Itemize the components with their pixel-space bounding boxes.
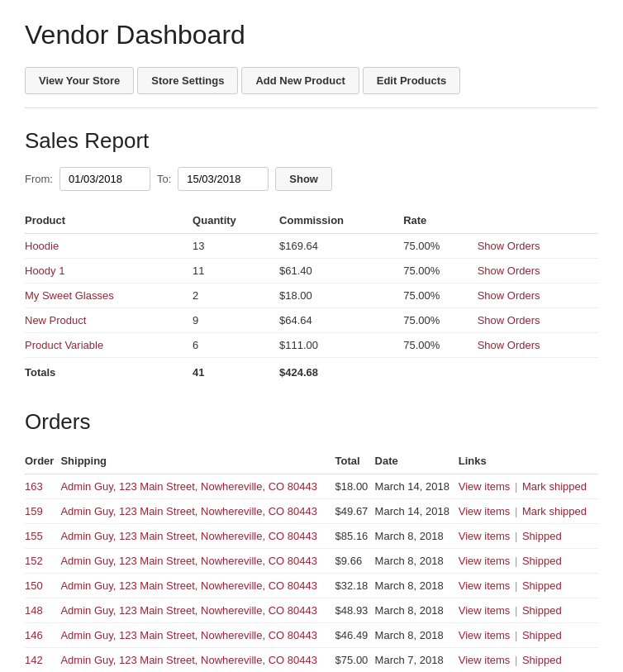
view-items-link[interactable]: View items — [459, 629, 511, 641]
product-link[interactable]: Hoodie — [25, 240, 59, 252]
table-row: 142 Admin Guy, 123 Main Street, Nowherev… — [25, 648, 598, 673]
view-items-link[interactable]: View items — [459, 505, 511, 517]
shipping-link[interactable]: Admin Guy, 123 Main Street, Nowhereville… — [60, 555, 316, 567]
mark-shipped-link[interactable]: Mark shipped — [522, 480, 587, 493]
order-number: 152 — [25, 549, 60, 574]
order-date: March 8, 2018 — [375, 549, 459, 574]
table-row: 159 Admin Guy, 123 Main Street, Nowherev… — [25, 499, 598, 524]
edit-products-button[interactable]: Edit Products — [363, 67, 461, 94]
view-items-link[interactable]: View items — [459, 530, 511, 542]
show-orders-link[interactable]: Show Orders — [478, 240, 540, 252]
order-link[interactable]: 155 — [25, 530, 43, 542]
order-number: 146 — [25, 623, 60, 648]
shipping-link[interactable]: Admin Guy, 123 Main Street, Nowhereville… — [60, 604, 316, 617]
order-shipping: Admin Guy, 123 Main Street, Nowhereville… — [60, 499, 335, 524]
product-quantity: 2 — [193, 284, 279, 308]
table-row: 152 Admin Guy, 123 Main Street, Nowherev… — [25, 549, 598, 574]
product-quantity: 13 — [193, 234, 279, 259]
table-row: 148 Admin Guy, 123 Main Street, Nowherev… — [25, 598, 598, 623]
to-date-input[interactable] — [178, 167, 269, 191]
shipping-link[interactable]: Admin Guy, 123 Main Street, Nowhereville… — [60, 629, 316, 641]
view-items-link[interactable]: View items — [459, 579, 511, 592]
shipping-link[interactable]: Admin Guy, 123 Main Street, Nowhereville… — [60, 530, 316, 542]
order-shipping: Admin Guy, 123 Main Street, Nowhereville… — [60, 524, 335, 549]
from-date-input[interactable] — [59, 167, 150, 191]
product-rate: 75.00% — [403, 308, 478, 333]
table-row: 150 Admin Guy, 123 Main Street, Nowherev… — [25, 574, 598, 598]
order-date: March 8, 2018 — [375, 574, 459, 598]
order-total: $9.66 — [335, 549, 375, 574]
view-items-link[interactable]: View items — [459, 480, 511, 493]
order-total: $49.67 — [335, 499, 375, 524]
shipping-link[interactable]: Admin Guy, 123 Main Street, Nowhereville… — [60, 654, 316, 666]
order-total: $18.00 — [335, 474, 375, 499]
table-row: 146 Admin Guy, 123 Main Street, Nowherev… — [25, 623, 598, 648]
shipping-link[interactable]: Admin Guy, 123 Main Street, Nowhereville… — [60, 579, 316, 592]
product-quantity: 11 — [193, 259, 279, 284]
order-link[interactable]: 150 — [25, 579, 43, 592]
toolbar: View Your Store Store Settings Add New P… — [25, 67, 598, 94]
order-total: $48.93 — [335, 598, 375, 623]
link-separator: | — [511, 579, 521, 592]
table-row: 155 Admin Guy, 123 Main Street, Nowherev… — [25, 524, 598, 549]
mark-shipped-link[interactable]: Mark shipped — [522, 505, 587, 517]
order-links: View items | Shipped — [459, 549, 598, 574]
order-total: $46.49 — [335, 623, 375, 648]
order-link[interactable]: 159 — [25, 505, 43, 517]
product-name: Hoody 1 — [25, 259, 193, 284]
product-link[interactable]: My Sweet Glasses — [25, 289, 114, 302]
view-items-link[interactable]: View items — [459, 555, 511, 567]
mark-shipped-link[interactable]: Shipped — [522, 579, 562, 592]
divider — [25, 107, 598, 108]
table-row: 163 Admin Guy, 123 Main Street, Nowherev… — [25, 474, 598, 499]
view-store-button[interactable]: View Your Store — [25, 67, 134, 94]
table-row: Hoodie 13 $169.64 75.00% Show Orders — [25, 234, 598, 259]
col-action — [478, 207, 598, 234]
col-product: Product — [25, 207, 193, 234]
order-link[interactable]: 146 — [25, 629, 43, 641]
order-number: 163 — [25, 474, 60, 499]
link-separator: | — [511, 530, 521, 542]
order-date: March 8, 2018 — [375, 598, 459, 623]
show-button[interactable]: Show — [275, 167, 332, 191]
product-action: Show Orders — [478, 234, 598, 259]
order-link[interactable]: 163 — [25, 480, 43, 493]
product-link[interactable]: Product Variable — [25, 339, 103, 351]
product-link[interactable]: Hoody 1 — [25, 265, 64, 277]
product-rate: 75.00% — [403, 333, 478, 358]
mark-shipped-link[interactable]: Shipped — [522, 604, 562, 617]
order-shipping: Admin Guy, 123 Main Street, Nowhereville… — [60, 574, 335, 598]
order-link[interactable]: 142 — [25, 654, 43, 666]
product-commission: $64.64 — [279, 308, 403, 333]
link-separator: | — [511, 480, 521, 493]
mark-shipped-link[interactable]: Shipped — [522, 629, 562, 641]
sales-report-title: Sales Report — [25, 128, 598, 154]
view-items-link[interactable]: View items — [459, 654, 511, 666]
order-date: March 7, 2018 — [375, 648, 459, 673]
order-links: View items | Shipped — [459, 648, 598, 673]
shipping-link[interactable]: Admin Guy, 123 Main Street, Nowhereville… — [60, 480, 316, 493]
col-rate: Rate — [403, 207, 478, 234]
add-new-product-button[interactable]: Add New Product — [241, 67, 359, 94]
order-link[interactable]: 152 — [25, 555, 43, 567]
show-orders-link[interactable]: Show Orders — [478, 265, 540, 277]
orders-table: Order Shipping Total Date Links 163 Admi… — [25, 448, 598, 672]
mark-shipped-link[interactable]: Shipped — [522, 530, 562, 542]
totals-commission: $424.68 — [279, 358, 403, 385]
order-links: View items | Shipped — [459, 524, 598, 549]
order-link[interactable]: 148 — [25, 604, 43, 617]
col-total: Total — [335, 448, 375, 474]
table-row: My Sweet Glasses 2 $18.00 75.00% Show Or… — [25, 284, 598, 308]
show-orders-link[interactable]: Show Orders — [478, 314, 540, 326]
totals-row: Totals 41 $424.68 — [25, 358, 598, 385]
orders-title: Orders — [25, 409, 598, 435]
mark-shipped-link[interactable]: Shipped — [522, 654, 562, 666]
view-items-link[interactable]: View items — [459, 604, 511, 617]
product-link[interactable]: New Product — [25, 314, 86, 326]
order-links: View items | Shipped — [459, 623, 598, 648]
show-orders-link[interactable]: Show Orders — [478, 289, 540, 302]
show-orders-link[interactable]: Show Orders — [478, 339, 540, 351]
mark-shipped-link[interactable]: Shipped — [522, 555, 562, 567]
shipping-link[interactable]: Admin Guy, 123 Main Street, Nowhereville… — [60, 505, 316, 517]
store-settings-button[interactable]: Store Settings — [137, 67, 238, 94]
